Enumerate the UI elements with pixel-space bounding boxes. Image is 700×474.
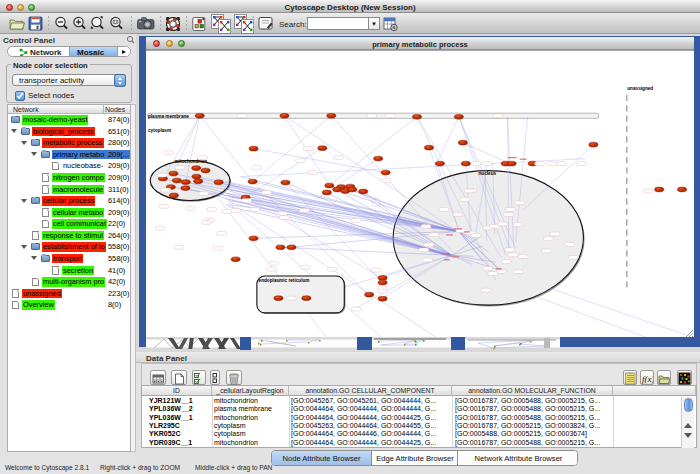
svg-text:plasma membrane: plasma membrane: [148, 114, 189, 119]
svg-text:nucleus: nucleus: [478, 171, 496, 176]
svg-text:endoplasmic reticulum: endoplasmic reticulum: [259, 278, 310, 283]
svg-text:cytoplasm: cytoplasm: [148, 128, 171, 133]
svg-text:mitochondrion: mitochondrion: [174, 159, 207, 164]
svg-text:f(x): f(x): [642, 374, 653, 384]
svg-text:unassigned: unassigned: [627, 86, 653, 91]
